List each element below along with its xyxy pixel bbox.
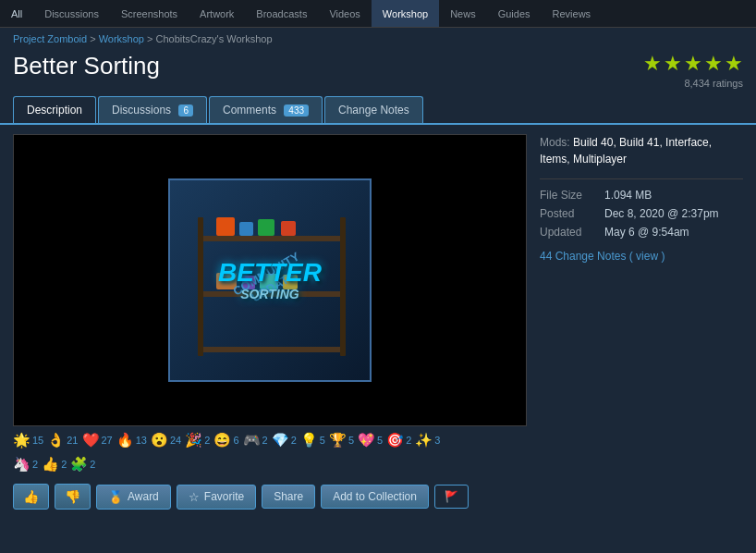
svg-rect-0 — [198, 236, 346, 241]
svg-rect-4 — [340, 217, 346, 356]
svg-rect-2 — [198, 347, 346, 352]
reaction-5[interactable]: 🎉 2 — [185, 432, 210, 449]
divider-1 — [540, 178, 743, 179]
reaction-14[interactable]: 🦄 2 — [13, 456, 38, 473]
rating-count: 8,434 ratings — [684, 78, 743, 89]
nav-workshop[interactable]: Workshop — [372, 0, 439, 27]
reaction-7[interactable]: 🎮 2 — [243, 432, 268, 449]
nav-all[interactable]: All — [0, 0, 33, 27]
breadcrumb-workshop[interactable]: Workshop — [99, 33, 144, 44]
change-notes-row: 44 Change Notes ( view ) — [540, 250, 743, 263]
breadcrumb-author: ChobitsCrazy's Workshop — [156, 33, 273, 44]
info-table: File Size 1.094 MB Posted Dec 8, 2020 @ … — [540, 189, 743, 239]
tab-change-notes[interactable]: Change Notes — [324, 96, 423, 123]
rating-block: ★ ★ ★ ★ ★ 8,434 ratings — [643, 52, 743, 89]
reactions-bar: 🌟 15 👌 21 ❤️ 27 🔥 13 😮 24 🎉 2 — [13, 426, 527, 478]
award-button[interactable]: 🏅 Award — [96, 485, 171, 510]
flag-button[interactable]: 🚩 — [434, 485, 469, 509]
info-row-posted: Posted Dec 8, 2020 @ 2:37pm — [540, 207, 743, 220]
mod-title: Better Sorting — [13, 52, 160, 80]
updated-label: Updated — [540, 226, 604, 239]
reaction-0[interactable]: 🌟 15 — [13, 432, 43, 449]
tab-discussions[interactable]: Discussions 6 — [98, 96, 207, 123]
reaction-6[interactable]: 😄 6 — [213, 432, 238, 449]
info-row-filesize: File Size 1.094 MB — [540, 189, 743, 202]
star-5: ★ — [725, 52, 743, 76]
discussions-badge: 6 — [178, 104, 193, 117]
reaction-9[interactable]: 💡 5 — [300, 432, 325, 449]
main-content: COMMUNITY UPDATE BETTER SORTING 🌟 15 👌 2… — [0, 125, 756, 524]
reaction-11[interactable]: 💖 5 — [358, 432, 383, 449]
updated-value: May 6 @ 9:54am — [604, 226, 689, 239]
favorite-button[interactable]: ☆ Favorite — [177, 485, 256, 510]
nav-discussions[interactable]: Discussions — [33, 0, 110, 27]
mod-image: COMMUNITY UPDATE BETTER SORTING — [168, 178, 372, 382]
svg-rect-3 — [198, 217, 203, 356]
reaction-10[interactable]: 🏆 5 — [329, 432, 354, 449]
title-row: Better Sorting ★ ★ ★ ★ ★ 8,434 ratings — [0, 50, 756, 96]
star-3: ★ — [684, 52, 702, 76]
posted-label: Posted — [540, 207, 604, 220]
thumbs-down-button[interactable]: 👎 — [55, 484, 91, 510]
svg-rect-5 — [216, 217, 235, 236]
filesize-value: 1.094 MB — [604, 189, 652, 202]
posted-value: Dec 8, 2020 @ 2:37pm — [604, 207, 719, 220]
filesize-label: File Size — [540, 189, 604, 202]
svg-rect-6 — [239, 222, 253, 236]
star-4: ★ — [704, 52, 723, 76]
mod-image-container: COMMUNITY UPDATE BETTER SORTING — [13, 134, 527, 426]
top-nav: All Discussions Screenshots Artwork Broa… — [0, 0, 756, 28]
nav-news[interactable]: News — [439, 0, 487, 27]
mod-image-text: BETTER SORTING — [218, 259, 322, 301]
left-panel: COMMUNITY UPDATE BETTER SORTING 🌟 15 👌 2… — [13, 134, 527, 515]
reaction-12[interactable]: 🎯 2 — [386, 432, 411, 449]
change-notes-link[interactable]: 44 Change Notes ( view ) — [540, 250, 665, 263]
star-2: ★ — [664, 52, 682, 76]
reaction-1[interactable]: 👌 21 — [47, 432, 78, 449]
share-button[interactable]: Share — [262, 485, 315, 509]
thumbs-down-icon: 👎 — [65, 489, 80, 504]
nav-artwork[interactable]: Artwork — [189, 0, 245, 27]
reaction-8[interactable]: 💎 2 — [272, 432, 297, 449]
action-bar: 👍 👎 🏅 Award ☆ Favorite Share Add to Coll… — [13, 478, 527, 515]
svg-rect-7 — [258, 219, 274, 236]
nav-videos[interactable]: Videos — [318, 0, 371, 27]
star-rating: ★ ★ ★ ★ ★ — [643, 52, 743, 76]
reaction-15[interactable]: 👍 2 — [42, 456, 67, 473]
breadcrumb: Project Zomboid > Workshop > ChobitsCraz… — [0, 28, 756, 50]
star-1: ★ — [643, 52, 662, 76]
reaction-4[interactable]: 😮 24 — [151, 432, 181, 449]
star-icon: ☆ — [189, 490, 200, 504]
breadcrumb-project-zomboid[interactable]: Project Zomboid — [13, 33, 87, 44]
nav-screenshots[interactable]: Screenshots — [110, 0, 189, 27]
nav-broadcasts[interactable]: Broadcasts — [245, 0, 318, 27]
award-icon: 🏅 — [108, 490, 123, 504]
info-row-updated: Updated May 6 @ 9:54am — [540, 226, 743, 239]
comments-badge: 433 — [284, 104, 309, 117]
nav-reviews[interactable]: Reviews — [542, 0, 603, 27]
tab-description[interactable]: Description — [13, 96, 96, 123]
svg-rect-8 — [281, 221, 296, 236]
mods-line: Mods: Build 40, Build 41, Interface, Ite… — [540, 134, 743, 167]
reaction-3[interactable]: 🔥 13 — [116, 432, 147, 449]
thumbs-up-button[interactable]: 👍 — [13, 484, 49, 510]
tab-comments[interactable]: Comments 433 — [209, 96, 323, 123]
reaction-13[interactable]: ✨ 3 — [415, 432, 440, 449]
flag-icon: 🚩 — [445, 490, 458, 503]
reaction-2[interactable]: ❤️ 27 — [82, 432, 113, 449]
add-to-collection-button[interactable]: Add to Collection — [321, 485, 429, 509]
thumbs-up-icon: 👍 — [23, 489, 39, 504]
mods-label: Mods: — [540, 136, 570, 149]
nav-guides[interactable]: Guides — [487, 0, 542, 27]
tabs-bar: Description Discussions 6 Comments 433 C… — [0, 96, 756, 125]
reaction-16[interactable]: 🧩 2 — [70, 456, 95, 473]
right-panel: Mods: Build 40, Build 41, Interface, Ite… — [540, 134, 743, 515]
